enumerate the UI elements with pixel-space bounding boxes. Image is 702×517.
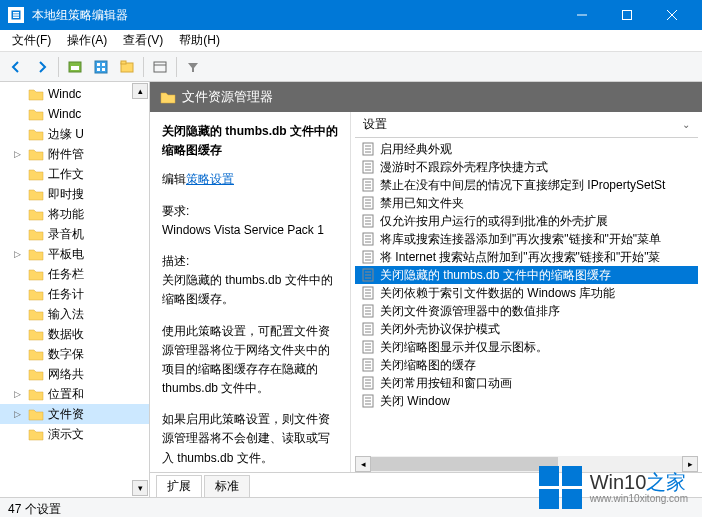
tree-expander-icon[interactable]: ▷ <box>14 149 21 159</box>
setting-item-label: 将 Internet 搜索站点附加到"再次搜索"链接和"开始"菜 <box>380 249 660 266</box>
workspace: ▴ WindcWindc边缘 U▷附件管工作文即时搜将功能录音机▷平板电任务栏任… <box>0 82 702 497</box>
tree-expander-icon[interactable]: ▷ <box>14 389 21 399</box>
setting-item-label: 仅允许按用户运行的或得到批准的外壳扩展 <box>380 213 608 230</box>
tree-item-label: 将功能 <box>48 206 84 223</box>
description-p3: 如果启用此策略设置，则文件资源管理器将不会创建、读取或写入 thumbs.db … <box>162 410 338 468</box>
tree-item[interactable]: 数字保 <box>0 344 149 364</box>
folder-icon <box>160 90 176 104</box>
content-area: 文件资源管理器 关闭隐藏的 thumbs.db 文件中的缩略图缓存 编辑策略设置… <box>150 82 702 497</box>
setting-item-label: 关闭文件资源管理器中的数值排序 <box>380 303 560 320</box>
tree-item[interactable]: 录音机 <box>0 224 149 244</box>
horizontal-scrollbar[interactable]: ◂ ▸ <box>355 456 698 472</box>
setting-item-label: 关闭缩略图显示并仅显示图标。 <box>380 339 548 356</box>
svg-rect-9 <box>71 66 79 70</box>
settings-panel: 设置 ⌄ 启用经典外观漫游时不跟踪外壳程序快捷方式禁止在没有中间层的情况下直接绑… <box>350 112 702 472</box>
toolbar-button-3[interactable] <box>115 55 139 79</box>
tree-item[interactable]: Windc <box>0 104 149 124</box>
svg-rect-5 <box>622 11 631 20</box>
svg-rect-1 <box>13 12 19 14</box>
settings-header-label[interactable]: 设置 <box>363 116 387 133</box>
setting-item[interactable]: 禁止在没有中间层的情况下直接绑定到 IPropertySetSt <box>355 176 698 194</box>
setting-item-label: 启用经典外观 <box>380 141 452 158</box>
setting-item[interactable]: 漫游时不跟踪外壳程序快捷方式 <box>355 158 698 176</box>
toolbar-button-1[interactable] <box>63 55 87 79</box>
view-tabs: 扩展 标准 <box>150 472 702 497</box>
setting-item[interactable]: 关闭隐藏的 thumbs.db 文件中的缩略图缓存 <box>355 266 698 284</box>
chevron-down-icon[interactable]: ⌄ <box>682 119 690 130</box>
tree-item-label: Windc <box>48 107 81 121</box>
back-button[interactable] <box>4 55 28 79</box>
menu-file[interactable]: 文件(F) <box>4 30 59 51</box>
tree-expander-icon[interactable]: ▷ <box>14 249 21 259</box>
setting-item[interactable]: 关闭依赖于索引文件数据的 Windows 库功能 <box>355 284 698 302</box>
filter-button[interactable] <box>181 55 205 79</box>
tab-extended[interactable]: 扩展 <box>156 475 202 497</box>
tree-item[interactable]: 边缘 U <box>0 124 149 144</box>
tree-item[interactable]: 输入法 <box>0 304 149 324</box>
svg-rect-16 <box>121 61 126 64</box>
menu-help[interactable]: 帮助(H) <box>171 30 228 51</box>
svg-rect-12 <box>102 63 105 66</box>
status-bar: 47 个设置 <box>0 497 702 517</box>
setting-item-label: 关闭依赖于索引文件数据的 Windows 库功能 <box>380 285 615 302</box>
setting-item-label: 关闭 Window <box>380 393 450 410</box>
app-icon <box>8 7 24 23</box>
tree-item[interactable]: 工作文 <box>0 164 149 184</box>
toolbar-button-2[interactable] <box>89 55 113 79</box>
tree-item[interactable]: ▷附件管 <box>0 144 149 164</box>
setting-item[interactable]: 禁用已知文件夹 <box>355 194 698 212</box>
setting-item[interactable]: 将 Internet 搜索站点附加到"再次搜索"链接和"开始"菜 <box>355 248 698 266</box>
tree-item[interactable]: ▷平板电 <box>0 244 149 264</box>
minimize-button[interactable] <box>559 0 604 30</box>
menu-view[interactable]: 查看(V) <box>115 30 171 51</box>
scroll-right-button[interactable]: ▸ <box>682 456 698 472</box>
toolbar-button-4[interactable] <box>148 55 172 79</box>
menu-action[interactable]: 操作(A) <box>59 30 115 51</box>
tree-item-label: 文件资 <box>48 406 84 423</box>
tree-item[interactable]: Windc <box>0 84 149 104</box>
tree-item-label: 边缘 U <box>48 126 84 143</box>
content-header: 文件资源管理器 <box>150 82 702 112</box>
setting-item[interactable]: 将库或搜索连接器添加到"再次搜索"链接和"开始"菜单 <box>355 230 698 248</box>
content-title: 文件资源管理器 <box>182 88 273 106</box>
tree-scroll-down[interactable]: ▾ <box>132 480 148 496</box>
setting-item-label: 关闭常用按钮和窗口动画 <box>380 375 512 392</box>
setting-item[interactable]: 启用经典外观 <box>355 140 698 158</box>
forward-button[interactable] <box>30 55 54 79</box>
tree-item[interactable]: 即时搜 <box>0 184 149 204</box>
setting-item-label: 禁用已知文件夹 <box>380 195 464 212</box>
setting-item[interactable]: 仅允许按用户运行的或得到批准的外壳扩展 <box>355 212 698 230</box>
window-title: 本地组策略编辑器 <box>32 7 559 24</box>
tree-item[interactable]: ▷文件资 <box>0 404 149 424</box>
scroll-thumb[interactable] <box>371 457 558 471</box>
maximize-button[interactable] <box>604 0 649 30</box>
tree-item-label: 工作文 <box>48 166 84 183</box>
setting-item-label: 关闭外壳协议保护模式 <box>380 321 500 338</box>
requirements-value: Windows Vista Service Pack 1 <box>162 221 338 240</box>
tree-item-label: 演示文 <box>48 426 84 443</box>
tree-item-label: 附件管 <box>48 146 84 163</box>
tree-expander-icon[interactable]: ▷ <box>14 409 21 419</box>
setting-item-label: 关闭缩略图的缓存 <box>380 357 476 374</box>
svg-rect-13 <box>97 68 100 71</box>
requirements-label: 要求: <box>162 202 338 221</box>
scroll-left-button[interactable]: ◂ <box>355 456 371 472</box>
tree-item[interactable]: 任务计 <box>0 284 149 304</box>
close-button[interactable] <box>649 0 694 30</box>
setting-item[interactable]: 关闭缩略图显示并仅显示图标。 <box>355 338 698 356</box>
tree-item-label: 录音机 <box>48 226 84 243</box>
tree-item[interactable]: 数据收 <box>0 324 149 344</box>
tree-item[interactable]: 网络共 <box>0 364 149 384</box>
setting-item[interactable]: 关闭外壳协议保护模式 <box>355 320 698 338</box>
tree-item[interactable]: 将功能 <box>0 204 149 224</box>
edit-policy-link[interactable]: 策略设置 <box>186 172 234 186</box>
setting-item[interactable]: 关闭 Window <box>355 392 698 410</box>
setting-item[interactable]: 关闭缩略图的缓存 <box>355 356 698 374</box>
tree-item[interactable]: 演示文 <box>0 424 149 444</box>
tab-standard[interactable]: 标准 <box>204 475 250 497</box>
tree-item[interactable]: 任务栏 <box>0 264 149 284</box>
setting-item[interactable]: 关闭常用按钮和窗口动画 <box>355 374 698 392</box>
tree-item[interactable]: ▷位置和 <box>0 384 149 404</box>
setting-item[interactable]: 关闭文件资源管理器中的数值排序 <box>355 302 698 320</box>
svg-rect-17 <box>154 62 166 72</box>
